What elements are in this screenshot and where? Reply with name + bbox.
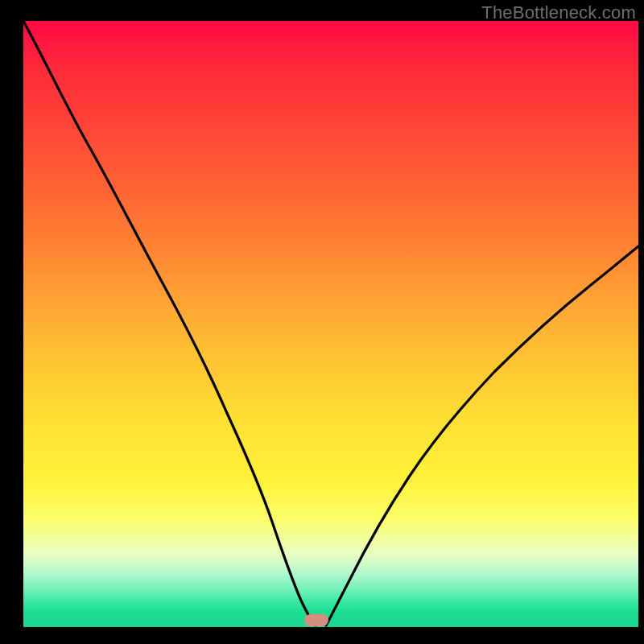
- left-curve: [23, 21, 316, 625]
- curve-layer: [23, 21, 638, 627]
- chart-container: TheBottleneck.com: [0, 0, 644, 644]
- plot-area: [23, 21, 638, 627]
- right-curve: [326, 246, 638, 625]
- valley-marker: [304, 614, 328, 626]
- watermark-text: TheBottleneck.com: [481, 2, 636, 23]
